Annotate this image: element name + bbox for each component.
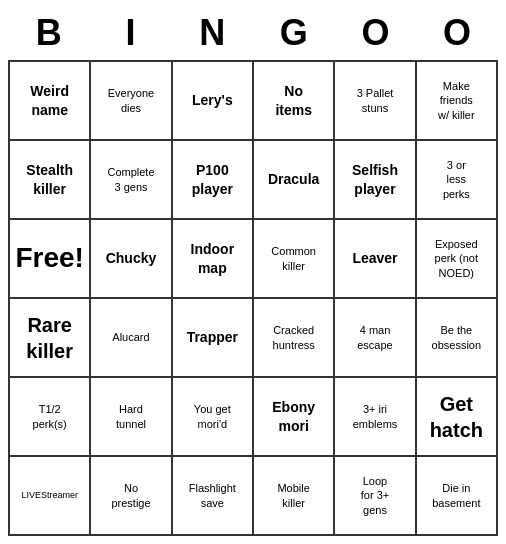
cell-text-r1-c0: Stealth killer [26, 161, 73, 197]
cell-text-r2-c1: Chucky [106, 249, 157, 267]
cell-r4-c2: You get mori'd [173, 378, 254, 457]
cell-text-r1-c2: P100 player [192, 161, 233, 197]
title-i: I [90, 12, 170, 54]
cell-r0-c2: Lery's [173, 62, 254, 141]
title-g: G [254, 12, 334, 54]
cell-text-r0-c2: Lery's [192, 91, 233, 109]
cell-text-r5-c1: No prestige [111, 481, 150, 510]
cell-r5-c4: Loop for 3+ gens [335, 457, 416, 536]
cell-r5-c3: Mobile killer [254, 457, 335, 536]
cell-text-r3-c2: Trapper [187, 328, 238, 346]
cell-text-r5-c4: Loop for 3+ gens [361, 474, 389, 517]
cell-r0-c4: 3 Pallet stuns [335, 62, 416, 141]
cell-text-r2-c2: Indoor map [191, 240, 235, 276]
cell-text-r2-c5: Exposed perk (not NOED) [435, 237, 478, 280]
cell-text-r0-c5: Make friends w/ killer [438, 79, 475, 122]
cell-text-r4-c0: T1/2 perk(s) [33, 402, 67, 431]
cell-r2-c0: Free! [10, 220, 91, 299]
cell-text-r3-c0: Rare killer [26, 312, 73, 364]
cell-text-r0-c4: 3 Pallet stuns [357, 86, 394, 115]
cell-r2-c3: Common killer [254, 220, 335, 299]
cell-r1-c0: Stealth killer [10, 141, 91, 220]
bingo-grid: Weird nameEveryone diesLery'sNo items3 P… [8, 60, 498, 536]
cell-text-r1-c1: Complete 3 gens [107, 165, 154, 194]
cell-r5-c2: Flashlight save [173, 457, 254, 536]
cell-r5-c1: No prestige [91, 457, 172, 536]
cell-r1-c1: Complete 3 gens [91, 141, 172, 220]
cell-r3-c1: Alucard [91, 299, 172, 378]
cell-r3-c2: Trapper [173, 299, 254, 378]
cell-r2-c1: Chucky [91, 220, 172, 299]
cell-text-r4-c4: 3+ iri emblems [353, 402, 398, 431]
cell-r3-c4: 4 man escape [335, 299, 416, 378]
cell-r0-c1: Everyone dies [91, 62, 172, 141]
cell-text-r5-c3: Mobile killer [277, 481, 309, 510]
title-o1: O [335, 12, 415, 54]
cell-text-r4-c3: Ebony mori [272, 398, 315, 434]
title-o2: O [417, 12, 497, 54]
cell-r4-c0: T1/2 perk(s) [10, 378, 91, 457]
cell-text-r3-c1: Alucard [112, 330, 149, 344]
cell-text-r2-c4: Leaver [352, 249, 397, 267]
cell-r0-c5: Make friends w/ killer [417, 62, 498, 141]
cell-text-r4-c5: Get hatch [430, 391, 483, 443]
title-b: B [9, 12, 89, 54]
cell-text-r1-c4: Selfish player [352, 161, 398, 197]
cell-r0-c0: Weird name [10, 62, 91, 141]
bingo-title: B I N G O O [8, 8, 498, 60]
cell-r4-c1: Hard tunnel [91, 378, 172, 457]
cell-r3-c3: Cracked huntress [254, 299, 335, 378]
cell-text-r3-c3: Cracked huntress [273, 323, 315, 352]
cell-r1-c4: Selfish player [335, 141, 416, 220]
cell-r1-c5: 3 or less perks [417, 141, 498, 220]
cell-text-r3-c4: 4 man escape [357, 323, 392, 352]
cell-r4-c4: 3+ iri emblems [335, 378, 416, 457]
cell-text-r5-c2: Flashlight save [189, 481, 236, 510]
cell-r0-c3: No items [254, 62, 335, 141]
cell-r1-c2: P100 player [173, 141, 254, 220]
cell-text-r0-c3: No items [275, 82, 312, 118]
cell-text-r3-c5: Be the obsession [432, 323, 482, 352]
cell-r2-c5: Exposed perk (not NOED) [417, 220, 498, 299]
cell-r2-c4: Leaver [335, 220, 416, 299]
cell-text-r2-c3: Common killer [271, 244, 316, 273]
cell-text-r4-c2: You get mori'd [194, 402, 231, 431]
cell-r1-c3: Dracula [254, 141, 335, 220]
cell-r2-c2: Indoor map [173, 220, 254, 299]
cell-r3-c0: Rare killer [10, 299, 91, 378]
cell-text-r5-c5: Die in basement [432, 481, 480, 510]
cell-r5-c5: Die in basement [417, 457, 498, 536]
cell-text-r0-c1: Everyone dies [108, 86, 154, 115]
cell-text-r0-c0: Weird name [30, 82, 69, 118]
cell-text-r1-c3: Dracula [268, 170, 319, 188]
title-n: N [172, 12, 252, 54]
cell-text-r1-c5: 3 or less perks [443, 158, 470, 201]
cell-r5-c0: LIVEStreamer [10, 457, 91, 536]
cell-text-r4-c1: Hard tunnel [116, 402, 146, 431]
cell-r4-c5: Get hatch [417, 378, 498, 457]
cell-text-r5-c0: LIVEStreamer [21, 490, 78, 502]
cell-r4-c3: Ebony mori [254, 378, 335, 457]
cell-r3-c5: Be the obsession [417, 299, 498, 378]
cell-text-r2-c0: Free! [15, 240, 83, 276]
